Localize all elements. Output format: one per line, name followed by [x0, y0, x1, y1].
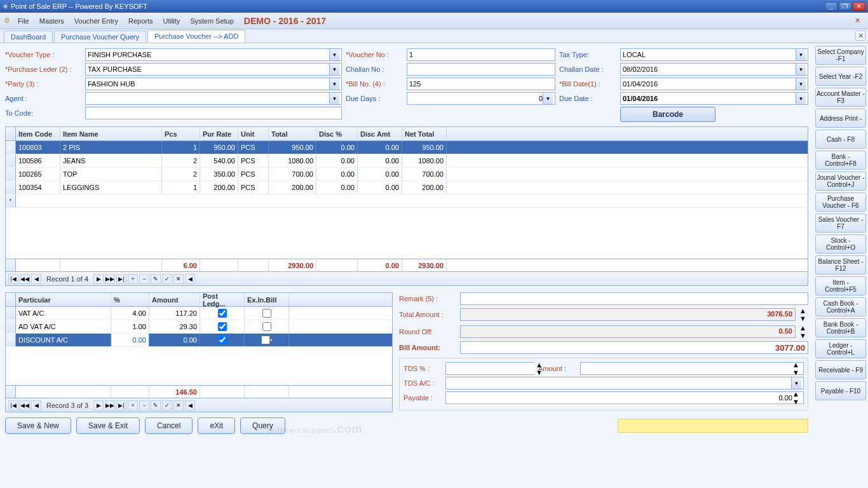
- sidebar-button[interactable]: Jounal Voucher - Control+J: [815, 172, 866, 191]
- ledger-row[interactable]: AD VAT A/C 1.00 29.30: [6, 320, 392, 334]
- party-combo[interactable]: ▼: [85, 78, 342, 90]
- sidebar-button[interactable]: Cash - F8: [815, 130, 866, 149]
- tab-purchase-voucher-query[interactable]: Purchase Voucher Query: [54, 30, 146, 43]
- item-row[interactable]: 100586 JEANS 2 540.00 PCS 1080.00 0.00 0…: [6, 154, 808, 168]
- menu-utility[interactable]: Utility: [158, 15, 185, 27]
- exit-button[interactable]: eXit: [198, 417, 235, 434]
- nav-check-icon[interactable]: ✓: [162, 274, 172, 284]
- chevron-down-icon[interactable]: ▼: [329, 78, 339, 90]
- nav-add-icon[interactable]: +: [128, 274, 138, 284]
- post-ledger-checkbox[interactable]: [218, 336, 227, 344]
- col-item-name[interactable]: Item Name: [60, 127, 162, 140]
- save-new-button[interactable]: Save & New: [5, 417, 71, 434]
- sidebar-button[interactable]: Account Master - F3: [815, 88, 866, 107]
- spin-up-icon[interactable]: ▲: [799, 307, 808, 315]
- close-button[interactable]: ✕: [853, 2, 865, 11]
- tds-pct-input[interactable]: ▲▼: [445, 362, 534, 375]
- tab-purchase-voucher-add[interactable]: Purchase Voucher --> ADD: [147, 30, 245, 43]
- spin-up-icon[interactable]: ▲: [799, 324, 808, 332]
- gear-icon[interactable]: ⚙: [4, 17, 10, 25]
- tab-close-icon[interactable]: ✕: [855, 30, 865, 41]
- sidebar-button[interactable]: Ledger - Control+L: [815, 339, 866, 358]
- barcode-button[interactable]: Barcode: [620, 107, 715, 122]
- nav-cancel-icon[interactable]: ✕: [173, 400, 184, 410]
- col-unit[interactable]: Unit: [238, 127, 269, 140]
- chevron-down-icon[interactable]: ▼: [329, 64, 339, 75]
- item-row[interactable]: 100265 TOP 2 350.00 PCS 700.00 0.00 0.00…: [6, 168, 808, 181]
- chevron-down-icon[interactable]: ▼: [791, 377, 801, 389]
- ex-in-bill-checkbox[interactable]: [262, 322, 271, 331]
- col-pcs[interactable]: Pcs: [162, 127, 200, 140]
- nav-prevpage-icon[interactable]: ◀◀: [20, 400, 30, 410]
- challan-date-input[interactable]: ▼: [620, 63, 808, 76]
- col-disc-amt[interactable]: Disc Amt: [358, 127, 402, 140]
- ex-in-bill-checkbox[interactable]: [261, 336, 270, 344]
- cancel-button[interactable]: Cancel: [145, 417, 193, 434]
- nav-nextpage-icon[interactable]: ▶▶: [105, 400, 115, 410]
- col-particular[interactable]: Particular: [16, 293, 111, 306]
- nav-prevpage-icon[interactable]: ◀◀: [20, 274, 30, 284]
- voucher-no-input[interactable]: [407, 48, 555, 61]
- chevron-down-icon[interactable]: ▼: [796, 49, 806, 60]
- chevron-down-icon[interactable]: ▼: [796, 64, 806, 75]
- sidebar-button[interactable]: Stock - Control+O: [815, 234, 866, 254]
- ex-in-bill-checkbox[interactable]: [262, 309, 271, 318]
- spin-down-icon[interactable]: ▼: [799, 315, 808, 322]
- sidebar-button[interactable]: Select Company -F1: [815, 46, 866, 65]
- minimize-button[interactable]: _: [825, 2, 837, 11]
- sidebar-button[interactable]: Receivable - F9: [815, 360, 866, 379]
- nav-edit-icon[interactable]: ✎: [151, 400, 161, 410]
- nav-next-icon[interactable]: ▶: [93, 400, 104, 410]
- nav-remove-icon[interactable]: −: [139, 400, 149, 410]
- spin-down-icon[interactable]: ▼: [799, 332, 808, 339]
- sidebar-button[interactable]: Address Print -: [815, 109, 866, 128]
- sidebar-button[interactable]: Item - Control+F5: [815, 276, 866, 295]
- bill-no-input[interactable]: [407, 78, 555, 90]
- nav-next-icon[interactable]: ▶: [93, 274, 104, 284]
- sidebar-button[interactable]: Cash Book - Control+A: [815, 297, 866, 316]
- save-exit-button[interactable]: Save & Exit: [76, 417, 140, 434]
- sidebar-button[interactable]: Balance Sheet - F12: [815, 255, 866, 274]
- chevron-down-icon[interactable]: ▼: [796, 93, 806, 104]
- nav-prev-icon[interactable]: ◀: [31, 274, 41, 284]
- nav-remove-icon[interactable]: −: [139, 274, 149, 284]
- nav-cancel-icon[interactable]: ✕: [173, 274, 184, 284]
- sidebar-button[interactable]: Select Year -F2: [815, 67, 866, 86]
- nav-prev-icon[interactable]: ◀: [31, 400, 41, 410]
- menu-system-setup[interactable]: System Setup: [185, 15, 238, 27]
- item-row[interactable]: 100354 LEGGINGS 1 200.00 PCS 200.00 0.00…: [6, 181, 808, 194]
- query-button[interactable]: Query: [240, 417, 285, 434]
- chevron-down-icon[interactable]: ▼: [796, 78, 806, 90]
- sidebar-button[interactable]: Bank Book - Control+B: [815, 318, 866, 337]
- col-total[interactable]: Total: [269, 127, 316, 140]
- voucher-type-combo[interactable]: ▼: [85, 48, 342, 61]
- nav-undo-icon[interactable]: ◀: [185, 400, 195, 410]
- bill-date-input[interactable]: ▼: [620, 78, 808, 90]
- new-row[interactable]: *: [6, 194, 808, 208]
- tds-amount-input[interactable]: ▲▼: [580, 362, 804, 375]
- chevron-down-icon[interactable]: ▼: [329, 93, 339, 104]
- ledger-row[interactable]: VAT A/C 4.00 117.20: [6, 307, 392, 320]
- sidebar-button[interactable]: Payable - F10: [815, 381, 866, 400]
- col-item-code[interactable]: Item Code: [16, 127, 60, 140]
- challan-no-input[interactable]: [407, 63, 555, 76]
- tax-type-combo[interactable]: ▼: [620, 48, 808, 61]
- chevron-down-icon[interactable]: ▼: [543, 93, 553, 104]
- due-date-input[interactable]: ▼: [620, 92, 808, 105]
- inner-close-icon[interactable]: ✕: [851, 17, 864, 25]
- tds-ac-combo[interactable]: ▼: [445, 377, 804, 390]
- ledger-row[interactable]: ✎ DISCOUNT A/C 0.00 0.00 ▪: [6, 334, 392, 347]
- col-net-total[interactable]: Net Total: [402, 127, 447, 140]
- sidebar-button[interactable]: Sales Voucher - F7: [815, 214, 866, 233]
- menu-reports[interactable]: Reports: [123, 15, 158, 27]
- nav-add-icon[interactable]: +: [128, 400, 138, 410]
- menu-masters[interactable]: Masters: [34, 15, 69, 27]
- nav-first-icon[interactable]: |◀: [8, 274, 18, 284]
- due-days-input[interactable]: ▼: [407, 92, 555, 105]
- nav-edit-icon[interactable]: ✎: [151, 274, 161, 284]
- sidebar-button[interactable]: Purchase Voucher - F6: [815, 193, 866, 212]
- maximize-button[interactable]: ❐: [839, 2, 851, 11]
- remark-input[interactable]: [460, 292, 808, 305]
- post-ledger-checkbox[interactable]: [218, 309, 227, 318]
- sidebar-button[interactable]: Bank - Control+F8: [815, 151, 866, 170]
